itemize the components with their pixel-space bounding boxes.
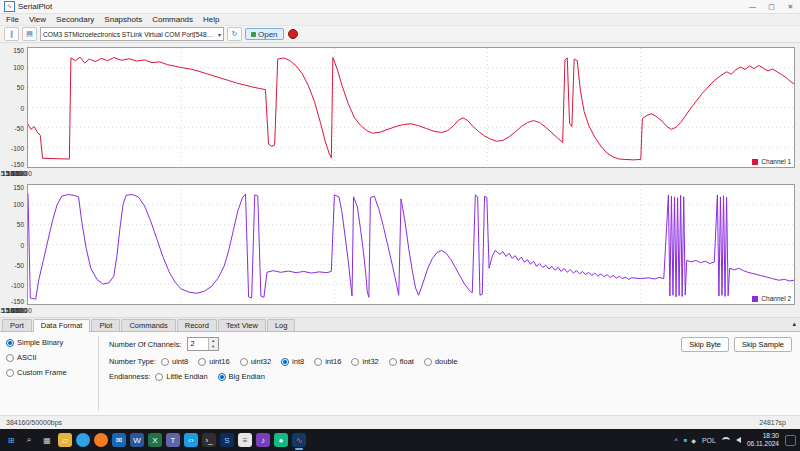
radio-icon — [155, 373, 163, 381]
notes-app-icon[interactable]: ≡ — [238, 433, 252, 447]
spin-down-icon[interactable]: ▾ — [209, 344, 218, 350]
language-indicator[interactable]: POL — [702, 437, 716, 444]
radio-int32[interactable]: int32 — [351, 357, 378, 366]
menubar: File View Secondary Snapshots Commands H… — [0, 14, 800, 26]
chart-2-canvas[interactable]: Channel 2 — [27, 184, 795, 305]
terminal-app-icon[interactable]: ›_ — [202, 433, 216, 447]
tab-log[interactable]: Log — [267, 319, 296, 331]
clock[interactable]: 18:30 06.11.2024 — [747, 432, 779, 448]
network-icon[interactable] — [722, 437, 730, 444]
open-port-button[interactable]: Open — [245, 28, 284, 40]
code-editor-icon[interactable]: ‹› — [184, 433, 198, 447]
word-app-icon[interactable]: W — [130, 433, 144, 447]
tray-app-icon-2[interactable]: ◆ — [691, 437, 696, 444]
radio-icon — [6, 369, 14, 377]
refresh-ports-button[interactable]: ↻ — [227, 27, 242, 41]
app-icon: ∿ — [4, 1, 15, 12]
radio-ascii[interactable]: ASCII — [6, 353, 92, 362]
radio-uint32[interactable]: uint32 — [240, 357, 271, 366]
chart-2-legend[interactable]: Channel 2 — [752, 295, 791, 302]
skip-byte-button[interactable]: Skip Byte — [681, 337, 729, 352]
taskbar: ⊞⌕▦▱✉WXT‹››_S≡♪●∿ ^ ■◆ POL 18:30 06.11.2… — [0, 429, 800, 451]
y-tick-label: 0 — [20, 241, 24, 248]
minimize-button[interactable]: — — [743, 0, 762, 13]
radio-little-endian[interactable]: Little Endian — [155, 372, 207, 381]
panel-collapse-arrow[interactable]: ▴ — [792, 320, 796, 328]
chart-2-x-axis: 15 00015 20015 40015 60015 80016 000 — [2, 305, 27, 317]
radio-custom-frame[interactable]: Custom Frame — [6, 368, 92, 377]
radio-label: uint8 — [172, 357, 188, 366]
chart-1-canvas[interactable]: Channel 1 — [27, 47, 795, 168]
radio-float[interactable]: float — [389, 357, 414, 366]
record-button[interactable] — [287, 28, 300, 40]
radio-int8[interactable]: int8 — [281, 357, 304, 366]
tab-commands[interactable]: Commands — [121, 319, 175, 331]
y-tick-label: 100 — [13, 201, 24, 208]
tab-plot[interactable]: Plot — [91, 319, 120, 331]
radio-double[interactable]: double — [424, 357, 458, 366]
menu-view[interactable]: View — [25, 15, 50, 24]
panel-tabs: PortData FormatPlotCommandsRecordText Vi… — [0, 318, 800, 332]
y-tick-label: -100 — [11, 144, 24, 151]
tray-expand-icon[interactable]: ^ — [674, 437, 677, 444]
menu-file[interactable]: File — [2, 15, 23, 24]
skip-buttons: Skip Byte Skip Sample — [681, 337, 792, 352]
menu-commands[interactable]: Commands — [148, 15, 197, 24]
browser-icon-1[interactable] — [76, 433, 90, 447]
tray-date: 06.11.2024 — [747, 440, 779, 448]
excel-app-icon[interactable]: X — [148, 433, 162, 447]
search-button[interactable]: ⌕ — [22, 433, 36, 447]
radio-label: int16 — [325, 357, 341, 366]
menu-secondary[interactable]: Secondary — [52, 15, 98, 24]
chat-app-icon[interactable]: ● — [274, 433, 288, 447]
radio-icon — [314, 358, 322, 366]
file-explorer-icon[interactable]: ▱ — [58, 433, 72, 447]
serialplot-taskbar-button[interactable]: ∿ — [292, 433, 306, 447]
radio-simple-binary[interactable]: Simple Binary — [6, 338, 92, 347]
radio-checked-icon — [218, 373, 226, 381]
radio-icon — [6, 354, 14, 362]
tab-data-format[interactable]: Data Format — [33, 319, 91, 332]
tab-text-view[interactable]: Text View — [218, 319, 266, 331]
port-select[interactable]: COM3 STMicroelectronics STLink Virtual C… — [40, 27, 224, 41]
tab-port[interactable]: Port — [2, 319, 32, 331]
spinbox-arrows[interactable]: ▴▾ — [208, 338, 218, 350]
chart-1-legend[interactable]: Channel 1 — [752, 158, 791, 165]
legend-swatch — [752, 296, 758, 302]
radio-icon — [389, 358, 397, 366]
frame-type-group: Simple BinaryASCIICustom Frame — [0, 332, 98, 415]
maximize-button[interactable]: ▢ — [762, 0, 781, 13]
radio-uint16[interactable]: uint16 — [198, 357, 229, 366]
channels-spinbox[interactable]: 2 ▴▾ — [187, 337, 219, 351]
ide-app-icon[interactable]: S — [220, 433, 234, 447]
skip-sample-button[interactable]: Skip Sample — [734, 337, 792, 352]
radio-big-endian[interactable]: Big Endian — [218, 372, 265, 381]
titlebar: ∿ SerialPlot — ▢ ✕ — [0, 0, 800, 14]
data-format-tab-content: Simple BinaryASCIICustom Frame Number Of… — [0, 332, 800, 415]
radio-int16[interactable]: int16 — [314, 357, 341, 366]
y-tick-label: 50 — [17, 221, 24, 228]
snapshot-button[interactable]: ▤ — [22, 27, 37, 41]
task-view-button[interactable]: ▦ — [40, 433, 54, 447]
statusbar: 384160/50000bps 24817sp — [0, 415, 800, 429]
radio-uint8[interactable]: uint8 — [161, 357, 188, 366]
open-port-label: Open — [258, 30, 278, 39]
teams-app-icon[interactable]: T — [166, 433, 180, 447]
chart-1-y-axis: 150100500-50-100-150 — [2, 47, 27, 168]
close-button[interactable]: ✕ — [781, 0, 800, 13]
start-button[interactable]: ⊞ — [4, 433, 18, 447]
notification-icon[interactable] — [785, 435, 796, 446]
radio-icon — [351, 358, 359, 366]
channels-row: Number Of Channels: 2 ▴▾ — [109, 337, 457, 351]
radio-label: ASCII — [17, 353, 37, 362]
tray-app-icon-1[interactable]: ■ — [684, 437, 688, 444]
mail-app-icon[interactable]: ✉ — [112, 433, 126, 447]
media-app-icon[interactable]: ♪ — [256, 433, 270, 447]
volume-icon[interactable] — [736, 437, 741, 443]
number-type-label: Number Type: — [109, 357, 156, 366]
menu-help[interactable]: Help — [199, 15, 223, 24]
menu-snapshots[interactable]: Snapshots — [100, 15, 146, 24]
tab-record[interactable]: Record — [177, 319, 217, 331]
pause-button[interactable]: ∥ — [4, 27, 19, 41]
browser-icon-2[interactable] — [94, 433, 108, 447]
